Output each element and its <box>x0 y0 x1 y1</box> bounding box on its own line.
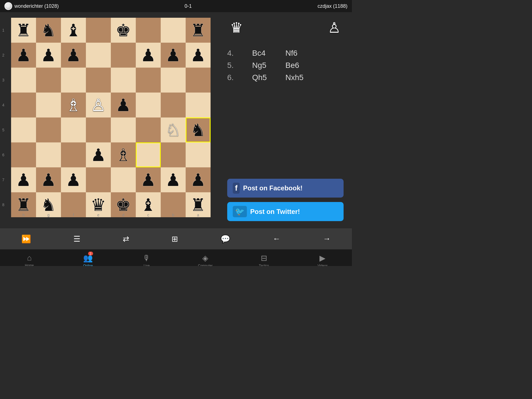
nav-item-computer[interactable]: ◈ Computer <box>176 249 235 266</box>
cell-3c[interactable] <box>136 68 161 93</box>
rank-2: 2 <box>2 43 4 68</box>
piece-8e: ♛ <box>91 195 106 215</box>
cell-3g[interactable] <box>36 68 61 93</box>
piece-7h: ♟ <box>16 170 31 190</box>
cell-7e[interactable] <box>86 167 111 192</box>
cell-6a[interactable] <box>186 142 211 167</box>
cell-4d[interactable]: ♟ <box>111 93 136 117</box>
nav-item-online[interactable]: 👥 2 Online <box>59 249 117 266</box>
cell-1a[interactable]: ♜ <box>186 18 211 43</box>
cell-4c[interactable] <box>136 93 161 117</box>
cell-6b[interactable] <box>161 142 186 167</box>
nav-item-live[interactable]: 🎙 Live <box>117 249 176 266</box>
nav-item-videos[interactable]: ▶ Videos <box>293 249 352 266</box>
piece-2f: ♟ <box>66 45 81 65</box>
piece-7b: ♟ <box>165 170 181 190</box>
cell-5b[interactable]: ♘ <box>161 117 186 142</box>
twitter-button[interactable]: 🐦 Post on Twitter! <box>227 202 344 221</box>
cell-3e[interactable] <box>86 68 111 93</box>
cell-1e[interactable] <box>86 18 111 43</box>
cell-4a[interactable] <box>186 93 211 117</box>
nav-label-home: Home <box>25 264 34 266</box>
cell-2d[interactable] <box>111 43 136 68</box>
cell-2g[interactable]: ♟ <box>36 43 61 68</box>
piece-1a: ♜ <box>190 20 206 40</box>
cell-7a[interactable]: ♟ <box>186 167 211 192</box>
rank-5: 5 <box>2 117 4 142</box>
move-black[interactable]: Be6 <box>285 61 308 70</box>
move-row-5: 5. Ng5 Be6 <box>227 61 344 70</box>
cell-7h[interactable]: ♟ <box>11 167 36 192</box>
piece-4d: ♟ <box>116 95 131 115</box>
cell-4g[interactable] <box>36 93 61 117</box>
shuffle-button[interactable]: ⇄ <box>118 232 134 246</box>
cell-6d[interactable]: ♗ <box>111 142 136 167</box>
cell-6g[interactable] <box>36 142 61 167</box>
move-list-button[interactable]: ☰ <box>69 232 85 246</box>
nav-label-tactics: Tactics <box>259 264 269 266</box>
cell-6h[interactable] <box>11 142 36 167</box>
cell-5e[interactable] <box>86 117 111 142</box>
twitter-label: Post on Twitter! <box>250 208 300 216</box>
rank-4: 4 <box>2 93 4 117</box>
piece-8c: ♝ <box>140 195 156 215</box>
cell-7c[interactable]: ♟ <box>136 167 161 192</box>
cell-2h[interactable]: ♟ <box>11 43 36 68</box>
cell-4e[interactable]: ♙ <box>86 93 111 117</box>
facebook-button[interactable]: f Post on Facebook! <box>227 179 344 198</box>
cell-3a[interactable] <box>186 68 211 93</box>
cell-7b[interactable]: ♟ <box>161 167 186 192</box>
file-labels: h g f e d c b a <box>11 213 211 217</box>
live-icon: 🎙 <box>143 254 150 263</box>
cell-2c[interactable]: ♟ <box>136 43 161 68</box>
cell-5a[interactable]: ♞ <box>186 117 211 142</box>
piece-2b: ♟ <box>165 45 181 65</box>
forward-button[interactable]: → <box>318 232 335 245</box>
move-black[interactable]: Nxh5 <box>285 73 308 82</box>
chat-button[interactable]: 💬 <box>216 232 235 246</box>
cell-5f[interactable] <box>61 117 86 142</box>
player1-avatar <box>4 2 12 10</box>
cell-7g[interactable]: ♟ <box>36 167 61 192</box>
cell-5g[interactable] <box>36 117 61 142</box>
cell-4f[interactable]: ♗ <box>61 93 86 117</box>
moves-list: 4. Bc4 Nf6 5. Ng5 Be6 6. Qh5 Nxh5 <box>224 43 346 172</box>
cell-1c[interactable] <box>136 18 161 43</box>
cell-1f[interactable]: ♝ <box>61 18 86 43</box>
piece-8g: ♞ <box>41 195 56 215</box>
cell-3f[interactable] <box>61 68 86 93</box>
nav-item-home[interactable]: ⌂ Home <box>0 249 59 266</box>
chess-board[interactable]: ♜♞♝♚♜♟♟♟♟♟♟♗♙♟♘♞♟♗♟♟♟♟♟♟♜♞♛♚♝♜ <box>11 18 211 217</box>
cell-3h[interactable] <box>11 68 36 93</box>
cell-2b[interactable]: ♟ <box>161 43 186 68</box>
cell-6f[interactable] <box>61 142 86 167</box>
cell-6c[interactable] <box>136 142 161 167</box>
cell-4b[interactable] <box>161 93 186 117</box>
move-num: 4. <box>227 49 241 58</box>
cell-2a[interactable]: ♟ <box>186 43 211 68</box>
move-black[interactable]: Nf6 <box>285 49 308 58</box>
nav-item-tactics[interactable]: ⊟ Tactics <box>235 249 293 266</box>
cell-1h[interactable]: ♜ <box>11 18 36 43</box>
cell-2f[interactable]: ♟ <box>61 43 86 68</box>
cell-1g[interactable]: ♞ <box>36 18 61 43</box>
cell-7d[interactable] <box>111 167 136 192</box>
cell-5d[interactable] <box>111 117 136 142</box>
back-button[interactable]: ← <box>268 232 285 245</box>
cell-3b[interactable] <box>161 68 186 93</box>
move-white[interactable]: Qh5 <box>252 73 274 82</box>
nav-badge-online: 2 <box>88 252 93 255</box>
fast-forward-button[interactable]: ⏩ <box>17 232 35 246</box>
cell-6e[interactable]: ♟ <box>86 142 111 167</box>
cell-2e[interactable] <box>86 43 111 68</box>
move-white[interactable]: Ng5 <box>252 61 274 70</box>
cell-4h[interactable] <box>11 93 36 117</box>
cell-5c[interactable] <box>136 117 161 142</box>
move-white[interactable]: Bc4 <box>252 49 274 58</box>
cell-1d[interactable]: ♚ <box>111 18 136 43</box>
board-view-button[interactable]: ⊞ <box>167 232 182 246</box>
cell-7f[interactable]: ♟ <box>61 167 86 192</box>
cell-5h[interactable] <box>11 117 36 142</box>
cell-3d[interactable] <box>111 68 136 93</box>
cell-1b[interactable] <box>161 18 186 43</box>
